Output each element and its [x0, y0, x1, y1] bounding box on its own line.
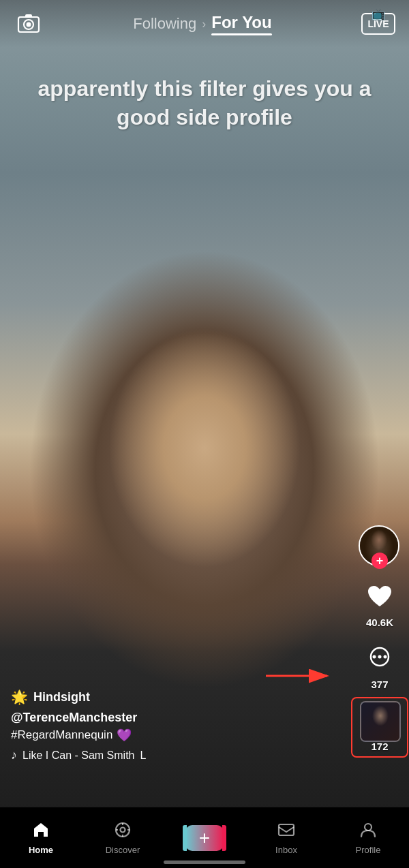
- inbox-icon: [277, 820, 296, 842]
- svg-point-6: [378, 655, 382, 659]
- profile-label: Profile: [356, 845, 381, 855]
- song-title: Like I Can - Sam Smith: [22, 749, 135, 762]
- hashtag-value: #RegardMannequin: [11, 728, 112, 742]
- heart-icon: [362, 578, 397, 614]
- song-suffix: L: [140, 749, 147, 762]
- home-icon: [31, 820, 50, 842]
- feed-navigation: Following › For You: [133, 13, 271, 35]
- home-label: Home: [29, 845, 53, 855]
- nav-home[interactable]: Home: [14, 820, 68, 855]
- top-header: Following › For You 📺 LIVE: [0, 0, 409, 48]
- live-antenna-icon: 📺: [372, 7, 385, 20]
- hashtag-text[interactable]: #RegardMannequin 💜: [11, 728, 327, 743]
- music-thumb-image: [361, 702, 399, 741]
- filter-badge[interactable]: 🌟 Hindsight: [11, 689, 327, 705]
- upload-button[interactable]: [14, 9, 44, 39]
- nav-inbox[interactable]: Inbox: [259, 820, 314, 855]
- discover-label: Discover: [106, 845, 140, 855]
- video-caption: apparently this filter gives you a good …: [0, 75, 409, 131]
- like-button[interactable]: 40.6K: [362, 578, 397, 628]
- svg-rect-3: [25, 14, 32, 18]
- following-tab[interactable]: Following: [133, 15, 196, 33]
- inbox-label: Inbox: [275, 845, 297, 855]
- nav-create[interactable]: +: [177, 825, 232, 851]
- svg-point-5: [373, 655, 376, 659]
- filter-star-icon: 🌟: [11, 689, 28, 705]
- creator-avatar[interactable]: +: [359, 525, 401, 566]
- for-you-tab[interactable]: For You: [211, 13, 271, 35]
- shares-count: 172: [371, 741, 388, 752]
- comment-button[interactable]: 377: [362, 640, 397, 690]
- bottom-navigation: Home Discover + Inbox: [0, 807, 409, 868]
- video-info-panel: 🌟 Hindsight @TerenceManchester #RegardMa…: [11, 689, 327, 762]
- svg-rect-15: [279, 824, 294, 835]
- comments-count: 377: [371, 679, 388, 690]
- nav-divider: ›: [202, 17, 206, 31]
- home-indicator: [164, 861, 245, 864]
- discover-icon: [113, 820, 132, 842]
- heart-emoji-icon: 💜: [117, 728, 132, 743]
- svg-point-10: [121, 828, 125, 833]
- arrow-annotation: [259, 662, 341, 689]
- music-info[interactable]: ♪ Like I Can - Sam Smith L: [11, 748, 327, 762]
- video-face-area: [0, 55, 409, 770]
- svg-point-2: [27, 22, 31, 27]
- follow-plus-button[interactable]: +: [372, 553, 388, 569]
- music-note-icon: ♪: [11, 748, 17, 762]
- plus-icon: +: [199, 827, 210, 849]
- nav-discover[interactable]: Discover: [95, 820, 150, 855]
- live-button[interactable]: 📺 LIVE: [361, 13, 395, 35]
- comment-icon: [362, 640, 397, 676]
- creator-username[interactable]: @TerenceManchester: [11, 711, 327, 725]
- likes-count: 40.6K: [366, 617, 393, 628]
- svg-point-7: [384, 655, 387, 659]
- nav-profile[interactable]: Profile: [341, 820, 395, 855]
- profile-icon: [359, 820, 378, 842]
- svg-point-16: [365, 824, 372, 831]
- create-plus-button[interactable]: +: [185, 825, 224, 851]
- music-thumbnail[interactable]: [360, 701, 401, 742]
- filter-name: Hindsight: [33, 690, 90, 704]
